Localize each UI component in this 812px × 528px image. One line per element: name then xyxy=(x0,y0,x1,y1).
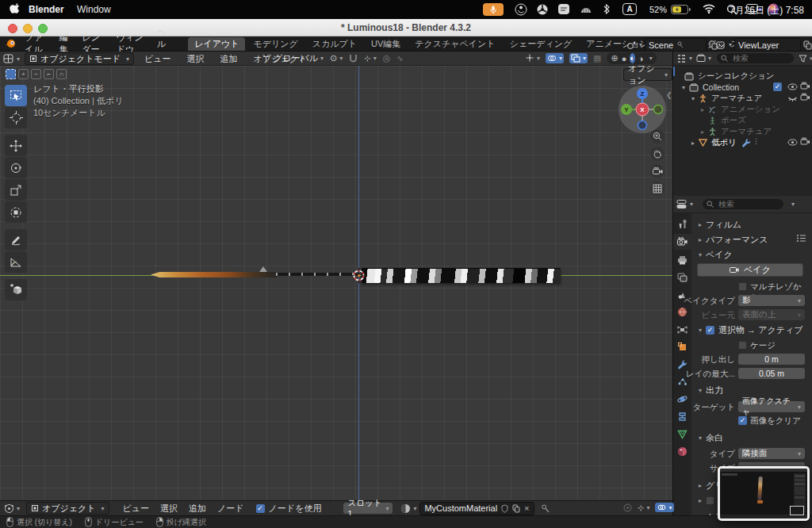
outliner-row-armature-data[interactable]: ▸ アーマチュア xyxy=(699,126,772,137)
viewport-menu-add[interactable]: 追加 xyxy=(215,53,243,65)
scene-browse-button[interactable]: ▾ xyxy=(626,40,642,50)
mic-recording-icon[interactable] xyxy=(483,3,504,16)
measure-tool[interactable] xyxy=(5,251,27,273)
shader-type-dropdown[interactable]: オブジェクト▾ xyxy=(26,502,109,515)
viewport-menu-view[interactable]: ビュー xyxy=(139,53,177,65)
shader-menu-add[interactable]: 追加 xyxy=(183,503,212,515)
shading-rendered-icon[interactable]: ◑ xyxy=(638,54,644,63)
expand-icon[interactable]: ▸ xyxy=(691,140,695,147)
modifier-wrench-icon[interactable] xyxy=(741,138,751,147)
apple-menu-icon[interactable] xyxy=(10,3,21,16)
outliner-search-input[interactable] xyxy=(731,53,790,63)
shader-editor-type-button[interactable]: ▾ xyxy=(4,503,20,514)
wheel-app-icon[interactable] xyxy=(536,3,549,16)
transform-orientation-dropdown[interactable]: グローバル▾ xyxy=(262,52,324,64)
more-options-icon[interactable]: ⋮ xyxy=(753,137,760,145)
outliner-display-mode-dropdown[interactable]: ▾ xyxy=(696,54,711,63)
cage-checkbox[interactable] xyxy=(738,341,747,350)
tab-modeling[interactable]: モデリング xyxy=(247,37,304,51)
material-browse-button[interactable]: ▾ xyxy=(400,503,416,514)
selected-to-active-checkbox[interactable]: ✓ xyxy=(706,326,714,335)
navigation-gizmo[interactable]: Z Y X xyxy=(617,84,668,135)
tab-texture-paint[interactable]: テクスチャペイント xyxy=(408,37,501,51)
use-nodes-checkbox[interactable]: ✓ xyxy=(256,504,265,513)
viewport-canvas[interactable]: + − ⌐ ∩ レフト・平行投影 (40) Collection | 低ポリ 1… xyxy=(0,66,672,500)
outliner-search[interactable] xyxy=(717,53,794,63)
collection-render-icon[interactable] xyxy=(800,82,810,91)
unlink-material-icon[interactable]: × xyxy=(524,503,529,513)
properties-options-dropdown[interactable]: ▾ xyxy=(791,201,795,208)
viewlayer-copy-button[interactable] xyxy=(803,40,812,50)
panel-output[interactable]: ▾出力 xyxy=(699,385,723,396)
tab-tool-properties[interactable] xyxy=(676,218,688,230)
view-from-dropdown[interactable]: 表面の上▾ xyxy=(738,309,805,320)
shading-wireframe-icon[interactable]: ⊕ xyxy=(611,53,618,63)
bake-type-dropdown[interactable]: 影▾ xyxy=(738,295,805,306)
from-multires-checkbox[interactable] xyxy=(738,282,747,291)
shader-menu-view[interactable]: ビュー xyxy=(117,503,155,515)
tab-layout[interactable]: レイアウト xyxy=(188,37,245,51)
wifi-icon[interactable] xyxy=(703,4,715,13)
obs-icon[interactable] xyxy=(515,3,527,16)
panel-bake[interactable]: ▾ベイク xyxy=(699,249,733,261)
menubar-clock[interactable]: 7月26日 (土) 7:58 xyxy=(730,4,804,17)
properties-search-input[interactable] xyxy=(717,199,776,209)
model-left-blade[interactable] xyxy=(151,272,278,277)
outliner-row-collection[interactable]: ▾ Collection xyxy=(680,82,739,93)
show-overlays-toggle[interactable]: ▾ xyxy=(546,53,564,63)
editor-type-button[interactable]: ▾ xyxy=(3,54,20,64)
material-slot-dropdown[interactable]: スロット1▾ xyxy=(343,503,393,514)
preset-list-icon[interactable] xyxy=(796,234,806,243)
collection-hide-icon[interactable] xyxy=(787,82,798,92)
lowpoly-hide-icon[interactable] xyxy=(787,137,798,147)
outliner-row-pose[interactable]: ポーズ xyxy=(708,115,746,126)
shader-menu-node[interactable]: ノード xyxy=(212,503,250,515)
cursor-tool[interactable] xyxy=(5,107,27,128)
battery-icon[interactable] xyxy=(671,5,691,14)
tab-collection-properties[interactable] xyxy=(676,323,688,335)
select-set-mode-button[interactable] xyxy=(6,69,16,79)
margin-type-dropdown[interactable]: 隣接面▾ xyxy=(738,448,805,459)
bluetooth-icon[interactable] xyxy=(603,3,611,15)
bake-button[interactable]: ベイク xyxy=(697,263,803,277)
tab-sculpting[interactable]: スカルプト xyxy=(306,37,363,51)
tab-output-properties[interactable] xyxy=(676,254,688,266)
shell-app-icon[interactable] xyxy=(580,3,592,16)
proportional-falloff-dropdown[interactable]: ∿ xyxy=(396,54,403,63)
armature-hide-closed-eye-icon[interactable] xyxy=(787,94,798,103)
panel-film[interactable]: ▸フィルム xyxy=(699,219,741,231)
shading-material-icon[interactable]: ◐ xyxy=(630,53,635,63)
pan-view-icon[interactable] xyxy=(650,147,665,161)
shader-snap-dropdown[interactable]: ⊹▾ xyxy=(638,503,649,512)
collection-checkbox[interactable]: ✓ xyxy=(773,82,782,91)
menubar-window-menu[interactable]: Window xyxy=(77,4,111,15)
zoom-view-icon[interactable] xyxy=(650,129,665,143)
material-name-field[interactable]: MyCustomMaterial × xyxy=(419,502,534,515)
extrusion-field[interactable]: 0 m xyxy=(738,354,805,365)
select-box-tool[interactable] xyxy=(5,85,27,106)
model-right-slab[interactable] xyxy=(362,268,561,283)
screen-preview-window[interactable] xyxy=(718,466,810,521)
shading-solid-icon[interactable]: ● xyxy=(622,54,627,63)
expand-icon[interactable]: ▾ xyxy=(682,84,685,91)
shader-overlays-toggle[interactable]: ▾ xyxy=(655,503,674,512)
outliner-filter-button[interactable]: ▾ xyxy=(799,55,812,63)
select-intersect-mode-button[interactable]: ∩ xyxy=(56,69,67,79)
outliner-row-scene-collection[interactable]: シーンコレクション xyxy=(684,71,774,82)
input-method-icon[interactable]: A xyxy=(622,3,637,15)
add-cube-tool[interactable] xyxy=(5,279,27,300)
outliner-editor-type-button[interactable]: ▾ xyxy=(676,54,692,63)
viewlayer-browse-button[interactable]: ▾ xyxy=(716,40,732,50)
snap-magnet-icon[interactable] xyxy=(349,54,358,63)
snap-settings-dropdown[interactable]: ⊹▾ xyxy=(364,54,376,63)
tab-data-properties[interactable] xyxy=(676,428,688,440)
viewport-options-dropdown[interactable]: オプション▾ xyxy=(623,68,672,81)
outliner-row-armature[interactable]: ▾ アーマチュア xyxy=(689,93,762,104)
show-gizmo-dropdown[interactable]: ▾ xyxy=(525,54,540,63)
mode-dropdown[interactable]: オブジェクトモード▾ xyxy=(25,52,134,65)
outliner-row-animation[interactable]: ▸ アニメーション xyxy=(699,104,780,115)
tab-shading[interactable]: シェーディング xyxy=(504,37,579,51)
scale-tool[interactable] xyxy=(5,179,27,201)
line-app-icon[interactable] xyxy=(557,3,570,16)
shader-menu-select[interactable]: 選択 xyxy=(155,503,183,515)
